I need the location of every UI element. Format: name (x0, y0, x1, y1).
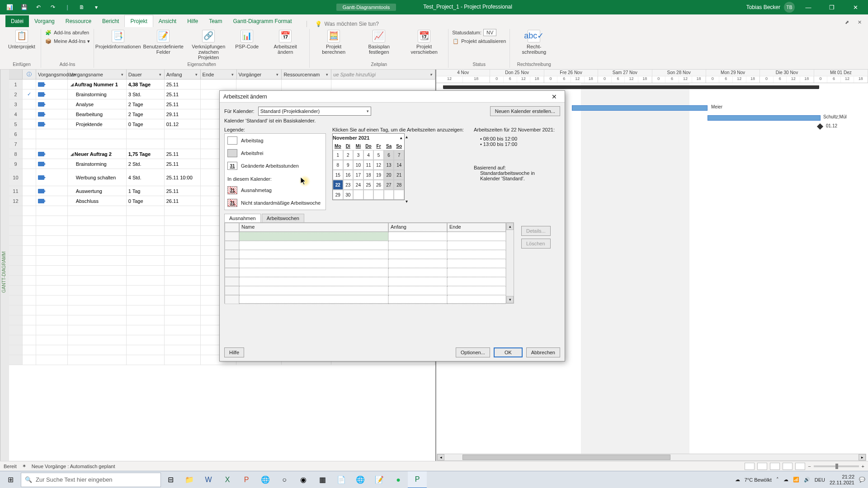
chrome-icon[interactable]: ○ (275, 471, 294, 488)
psp-button[interactable]: 📊PSP-Code (233, 29, 260, 50)
app-icon[interactable]: ▦ (313, 471, 332, 488)
verschieben-button[interactable]: 📆Projekt verschieben (404, 29, 444, 56)
tab-bericht[interactable]: Bericht (97, 15, 124, 27)
cal-day[interactable]: 29 (333, 190, 343, 200)
cal-day[interactable]: 5 (373, 150, 384, 160)
details-button[interactable]: Details... (521, 226, 551, 236)
scroll-left-icon[interactable]: ◂ (437, 454, 444, 460)
cal-day[interactable]: 9 (343, 160, 354, 170)
col-mode[interactable]: Vorgangsmodus▾ (36, 70, 68, 79)
basisplan-button[interactable]: 📈Basisplan festlegen (359, 29, 399, 56)
col-start[interactable]: Anfang▾ (165, 70, 201, 79)
scroll-right-icon[interactable]: ▸ (859, 454, 866, 460)
berechnen-button[interactable]: 🧮Projekt berechnen (313, 29, 354, 56)
clock[interactable]: 21:22 22.11.2021 (830, 474, 854, 485)
ribbon-close-icon[interactable]: ✕ (854, 17, 865, 27)
tab-arbeitswochen[interactable]: Arbeitswochen (262, 214, 304, 222)
cal-day[interactable]: 23 (343, 180, 354, 190)
user-avatar[interactable]: TB (784, 2, 795, 13)
col-add[interactable]: ue Spalte hinzufügi▾ (331, 70, 435, 79)
optionen-button[interactable]: Optionen... (456, 347, 490, 357)
new-task-mode-icon[interactable]: ✶ (22, 463, 26, 469)
ex-col-anfang[interactable]: Anfang (388, 223, 447, 232)
tab-vorgang[interactable]: Vorgang (29, 15, 60, 27)
cal-next-icon[interactable]: ▾ (406, 199, 408, 204)
projekt-aktualisieren-button[interactable]: 📋Projekt aktualisieren (452, 38, 506, 45)
tab-projekt[interactable]: Projekt (124, 15, 153, 27)
ex-vscroll[interactable]: ▴▾ (506, 223, 514, 303)
close-window-button[interactable]: ✕ (845, 0, 865, 14)
loeschen-button[interactable]: Löschen (521, 239, 551, 249)
col-res[interactable]: Ressourcennam▾ (282, 70, 331, 79)
tell-me-input[interactable] (325, 21, 406, 27)
projektinfo-button[interactable]: 📑Projektinformationen (98, 29, 138, 50)
word-icon[interactable]: W (199, 471, 218, 488)
scroll-up-icon[interactable]: ▴ (506, 223, 514, 230)
cal-day[interactable]: 11 (363, 160, 374, 170)
cal-day[interactable]: 13 (384, 160, 394, 170)
cal-day[interactable]: 16 (343, 170, 354, 180)
view-resource-icon[interactable] (783, 463, 793, 470)
month-up-icon[interactable]: ▴ (400, 136, 404, 140)
new-calendar-button[interactable]: Neuen Kalender erstellen... (490, 106, 560, 116)
edge2-icon[interactable]: 🌐 (351, 471, 370, 488)
cal-day[interactable]: 7 (394, 150, 404, 160)
tab-ressource[interactable]: Ressource (60, 15, 97, 27)
view-report-icon[interactable] (795, 463, 805, 470)
excel-icon[interactable]: X (218, 471, 237, 488)
cal-day[interactable]: 15 (333, 170, 343, 180)
view-label[interactable]: GANTT-DIAGRAMM (0, 70, 9, 474)
redo-icon[interactable]: ↷ (47, 1, 59, 13)
cal-day[interactable]: 2 (343, 150, 354, 160)
cal-day[interactable]: 26 (373, 180, 384, 190)
ribbon-collapse-icon[interactable]: ⬈ (841, 17, 853, 27)
cal-prev-icon[interactable]: ▴ (406, 134, 408, 139)
cal-day[interactable]: 17 (353, 170, 363, 180)
notifications-icon[interactable]: 💬 (859, 477, 865, 483)
dialog-close-button[interactable]: ✕ (547, 91, 561, 102)
cal-day[interactable]: 18 (363, 170, 374, 180)
gantt-hscroll[interactable]: ◂ ▸ (437, 454, 866, 461)
task-view-icon[interactable]: ⊟ (161, 471, 180, 488)
undo-icon[interactable]: ↶ (33, 1, 44, 13)
hilfe-button[interactable]: Hilfe (224, 347, 244, 357)
calendar-combo[interactable]: Standard (Projektkalender) (258, 107, 371, 116)
cal-day[interactable]: 1 (333, 150, 343, 160)
tab-team[interactable]: Team (203, 15, 227, 27)
obs-icon[interactable]: ◉ (294, 471, 313, 488)
cal-day[interactable]: 8 (333, 160, 343, 170)
table-row[interactable]: 1 ◢Auftrag Nummer 1 4,38 Tage 25.11 (9, 80, 435, 89)
cal-day[interactable]: 25 (363, 180, 374, 190)
col-dur[interactable]: Dauer▾ (127, 70, 165, 79)
onedrive-icon[interactable]: ☁ (783, 477, 788, 483)
cal-day[interactable]: 6 (384, 150, 394, 160)
weather-text[interactable]: 7°C Bewölkt (745, 477, 772, 483)
tab-format[interactable]: Gantt-Diagramm Format (228, 15, 297, 27)
arbeitszeit-button[interactable]: 📅Arbeitszeit ändern (265, 29, 306, 56)
save-icon[interactable]: 💾 (18, 1, 30, 13)
file-icon[interactable]: 🗎 (76, 1, 88, 13)
tab-ansicht[interactable]: Ansicht (153, 15, 182, 27)
app2-icon[interactable]: 📄 (332, 471, 351, 488)
project-taskbar-icon[interactable]: P (408, 471, 427, 488)
milestone[interactable] (817, 123, 823, 130)
abbrechen-button[interactable]: Abbrechen (526, 347, 560, 357)
task-bar[interactable] (708, 115, 821, 121)
restore-button[interactable]: ❐ (822, 0, 842, 14)
tab-hilfe[interactable]: Hilfe (182, 15, 203, 27)
ex-col-name[interactable]: Name (239, 223, 388, 232)
tab-datei[interactable]: Datei (5, 15, 29, 27)
notepad-icon[interactable]: 📝 (370, 471, 389, 488)
qat-more-icon[interactable]: ▾ (90, 1, 102, 13)
cal-day[interactable]: 3 (353, 150, 363, 160)
col-name[interactable]: Vorgangsname▾ (68, 70, 127, 79)
task-bar[interactable] (572, 105, 708, 111)
weather-icon[interactable]: ☁ (735, 477, 740, 483)
col-pred[interactable]: Vorgänger▾ (237, 70, 282, 79)
taskbar-search[interactable]: 🔍Zur Suche Text hier eingeben (21, 473, 161, 487)
wifi-icon[interactable]: 📶 (793, 477, 799, 483)
zoom-out-icon[interactable]: − (808, 464, 811, 469)
scroll-down-icon[interactable]: ▾ (506, 296, 514, 303)
cal-day[interactable]: 30 (343, 190, 354, 200)
powerpoint-icon[interactable]: P (237, 471, 256, 488)
